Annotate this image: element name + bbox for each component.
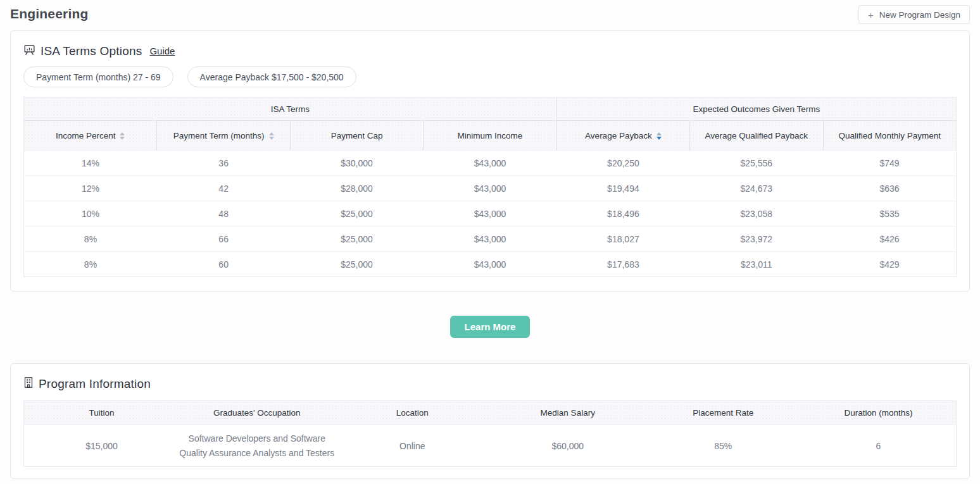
new-program-design-button[interactable]: + New Program Design: [858, 5, 970, 24]
average-payback-range-pill: Average Payback $17,500 - $20,500: [187, 66, 356, 87]
isa-terms-card: ISA Terms Options Guide Payment Term (mo…: [10, 30, 970, 292]
group-header-isa-terms: ISA Terms: [24, 97, 557, 121]
top-bar: Engineering + New Program Design: [0, 0, 980, 30]
column-header-median-salary: Median Salary: [490, 401, 646, 425]
placement-rate-value: 85%: [646, 425, 801, 467]
program-information-title: Program Information: [39, 377, 151, 391]
new-program-design-label: New Program Design: [879, 10, 960, 20]
table-row: 10% 48 $25,000 $43,000 $18,496 $23,058 $…: [24, 201, 957, 226]
median-salary-value: $60,000: [490, 425, 646, 467]
column-header-location: Location: [335, 401, 491, 425]
presentation-board-icon: [23, 44, 35, 58]
table-row: 8% 66 $25,000 $43,000 $18,027 $23,972 $4…: [24, 226, 957, 252]
program-information-card: Program Information Tuition Graduates' O…: [10, 363, 970, 479]
guide-link[interactable]: Guide: [149, 46, 175, 56]
isa-terms-table: ISA Terms Expected Outcomes Given Terms …: [23, 97, 957, 277]
page-title: Engineering: [10, 6, 970, 22]
payment-term-range-pill: Payment Term (months) 27 - 69: [23, 66, 173, 87]
table-row: 14% 36 $30,000 $43,000 $20,250 $25,556 $…: [24, 151, 957, 176]
program-information-table: Tuition Graduates' Occupation Location M…: [23, 400, 957, 467]
summary-pills: Payment Term (months) 27 - 69 Average Pa…: [23, 66, 957, 87]
column-header-average-payback[interactable]: Average Payback: [556, 121, 689, 151]
column-header-income-percent[interactable]: Income Percent: [24, 121, 157, 151]
table-row: $15,000 Software Developers and Software…: [24, 425, 957, 467]
column-header-minimum-income: Minimum Income: [424, 121, 556, 151]
column-header-qualified-monthly-payment: Qualified Monthly Payment: [823, 121, 956, 151]
group-header-expected-outcomes: Expected Outcomes Given Terms: [556, 97, 956, 121]
column-header-placement-rate: Placement Rate: [646, 401, 801, 425]
isa-terms-card-title: ISA Terms Options: [41, 44, 142, 58]
location-value: Online: [335, 425, 491, 467]
learn-more-button[interactable]: Learn More: [450, 316, 531, 338]
column-header-graduates-occupation: Graduates' Occupation: [179, 401, 335, 425]
column-header-tuition: Tuition: [24, 401, 180, 425]
table-row: 8% 60 $25,000 $43,000 $17,683 $23,011 $4…: [24, 252, 957, 277]
plus-icon: +: [868, 9, 874, 20]
column-header-payment-cap: Payment Cap: [290, 121, 423, 151]
sort-icon[interactable]: [269, 132, 274, 140]
building-icon: [23, 376, 34, 391]
column-header-duration: Duration (months): [801, 401, 957, 425]
table-row: 12% 42 $28,000 $43,000 $19,494 $24,673 $…: [24, 176, 957, 201]
column-header-average-qualified-payback: Average Qualified Payback: [690, 121, 823, 151]
occupation-value: Software Developers and Software Quality…: [179, 425, 335, 467]
sort-icon[interactable]: [120, 132, 125, 140]
tuition-value: $15,000: [24, 425, 180, 467]
duration-value: 6: [801, 425, 957, 467]
sort-icon-active[interactable]: [656, 132, 662, 140]
column-header-payment-term[interactable]: Payment Term (months): [157, 121, 290, 151]
